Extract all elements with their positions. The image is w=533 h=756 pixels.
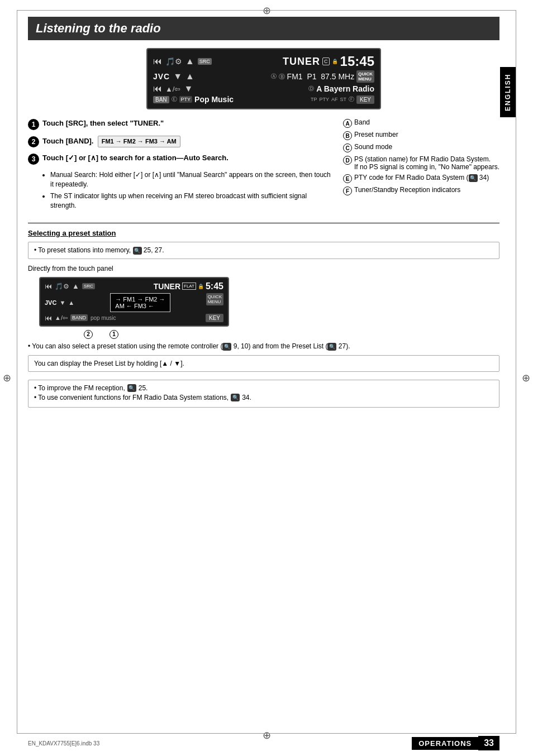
small-quick-menu: QUICKMENU: [206, 293, 223, 305]
step-3-sub: Manual Search: Hold either [✓] or [∧] un…: [42, 170, 332, 210]
step-2: 2 Touch [BAND]. FM1 → FM2 → FM3 → AM: [28, 136, 332, 147]
small-display: ⏮ 🎵⚙ ▲ SRC TUNER FLAT 🔒 5:45 JVC ▼ ▲: [39, 277, 229, 327]
legend-circle-E: E: [343, 174, 352, 183]
legend-circle-F: F: [343, 186, 352, 195]
step-circle-3: 3: [28, 154, 39, 165]
small-tuner-label: TUNER: [154, 282, 180, 291]
preset-list-box: You can display the Preset List by holdi…: [28, 355, 499, 372]
legend-circle-C: C: [343, 143, 352, 152]
small-time-label: 5:45: [206, 281, 223, 291]
legend-circle-B: B: [343, 131, 352, 140]
bottom-note-1: • To improve the FM reception, 🔍 25.: [34, 384, 493, 392]
reg-mark-top: ⊕: [263, 4, 271, 17]
legend-C: C Sound mode: [343, 143, 499, 152]
reg-mark-right: ⊕: [522, 372, 530, 384]
legend-D: D PS (station name) for FM Radio Data Sy…: [343, 155, 499, 171]
instructions-area: 1 Touch [SRC], then select "TUNER." 2 To…: [28, 118, 499, 215]
search-icon-preset-list: 🔍: [327, 343, 336, 351]
step-1: 1 Touch [SRC], then select "TUNER.": [28, 118, 332, 130]
legend-F: F Tuner/Standby Reception indicators: [343, 186, 499, 195]
legend-B-text: Preset number: [354, 131, 398, 140]
bottom-note-2: • To use convenient functions for FM Rad…: [34, 394, 493, 401]
step-3-text: Touch [✓] or [∧] to search for a station…: [42, 153, 229, 163]
search-icon-rds: 🔍: [231, 394, 240, 401]
station-name-display: A Bayern Radio: [316, 84, 374, 93]
tuner-label: TUNER: [283, 56, 320, 68]
page-border-right: [516, 10, 516, 734]
band-flow-1: → FM1 → FM2 →: [115, 296, 165, 303]
footer-file: EN_KDAVX7755[E]6.indb 33: [28, 740, 99, 747]
band-sequence: FM1 → FM2 → FM3 → AM: [98, 136, 180, 147]
search-icon-fm: 🔍: [127, 384, 136, 392]
tp-indicator: TP: [311, 97, 317, 102]
small-jvc: JVC: [45, 299, 56, 306]
preset-section-title: Selecting a preset station: [28, 229, 499, 237]
step-1-text: Touch [SRC], then select "TUNER.": [42, 118, 164, 128]
small-display-container: ⏮ 🎵⚙ ▲ SRC TUNER FLAT 🔒 5:45 JVC ▼ ▲: [34, 277, 235, 327]
legend-B: B Preset number: [343, 131, 499, 140]
footer-right: OPERATIONS 33: [412, 736, 499, 750]
step-3: 3 Touch [✓] or [∧] to search for a stati…: [28, 153, 332, 165]
small-band-btn: BAND: [70, 314, 88, 321]
key-button: KEY: [356, 95, 374, 104]
indicator-1: 1: [110, 330, 118, 339]
reg-mark-left: ⊕: [3, 372, 11, 384]
directly-label: Directly from the touch panel: [28, 265, 499, 272]
time-display: 15:45: [340, 54, 374, 69]
page-border-bottom: [17, 733, 516, 734]
flat-indicator: C: [322, 58, 330, 65]
right-instructions: A Band B Preset number C Sound mode D PS…: [343, 118, 499, 215]
legend-C-text: Sound mode: [354, 143, 392, 152]
section-divider-1: [28, 223, 499, 223]
search-icon-remote: 🔍: [222, 343, 231, 351]
operations-label: OPERATIONS: [412, 737, 478, 750]
page-number: 33: [478, 736, 499, 750]
pty-indicator: PTY: [319, 97, 329, 102]
bottom-notes-box: • To improve the FM reception, 🔍 25. • T…: [28, 380, 499, 408]
legend-E-text: PTY code for FM Radio Data System (🔍 34): [354, 174, 489, 183]
freq-display: FM1 P1 87.5 MHz: [287, 72, 355, 81]
page-border-top: [17, 10, 516, 11]
preset-info-box: • To preset stations into memory, 🔍 25, …: [28, 242, 499, 259]
legend-A: A Band: [343, 118, 499, 128]
src-button-display: SRC: [198, 58, 212, 65]
st-indicator: ST: [340, 97, 346, 102]
legend-F-text: Tuner/Standby Reception indicators: [354, 186, 460, 195]
small-src-btn: SRC: [82, 283, 95, 289]
band-button: BAN: [153, 96, 169, 103]
left-instructions: 1 Touch [SRC], then select "TUNER." 2 To…: [28, 118, 332, 215]
remote-note: • You can also select a preset station u…: [28, 342, 499, 351]
sidebar-english-label: ENGLISH: [500, 67, 516, 117]
pty-display: Pop Music: [194, 95, 234, 104]
step-circle-1: 1: [28, 119, 39, 130]
tuner-display-screen: ⏮ 🎵⚙ ▲ SRC TUNER C 🔒 15:45 JVC ▼ ▲ Ⓐ Ⓑ: [146, 48, 381, 109]
legend-circle-A: A: [343, 119, 352, 128]
numbered-indicators: 2 1: [84, 330, 118, 339]
legend-E: E PTY code for FM Radio Data System (🔍 3…: [343, 174, 499, 183]
page-title: Listening to the radio: [28, 17, 499, 40]
main-content: Listening to the radio ⏮ 🎵⚙ ▲ SRC TUNER …: [28, 17, 499, 728]
search-icon-preset: 🔍: [133, 247, 142, 255]
step-circle-2: 2: [28, 136, 39, 147]
small-key-btn: KEY: [206, 314, 223, 322]
step-2-text: Touch [BAND]. FM1 → FM2 → FM3 → AM: [42, 136, 180, 147]
footer: EN_KDAVX7755[E]6.indb 33 OPERATIONS 33: [28, 736, 499, 750]
legend-D-text: PS (station name) for FM Radio Data Syst…: [354, 155, 499, 171]
page-border-left: [17, 10, 17, 734]
indicator-2: 2: [84, 330, 93, 339]
legend-circle-D: D: [343, 156, 352, 165]
quick-menu-btn: QUICKMENU: [356, 70, 374, 83]
jvc-logo: JVC: [153, 72, 170, 81]
af-indicator: AF: [331, 97, 338, 102]
legend-A-text: Band: [354, 118, 370, 128]
band-flow-2: AM ← FM3 ←: [115, 303, 165, 309]
